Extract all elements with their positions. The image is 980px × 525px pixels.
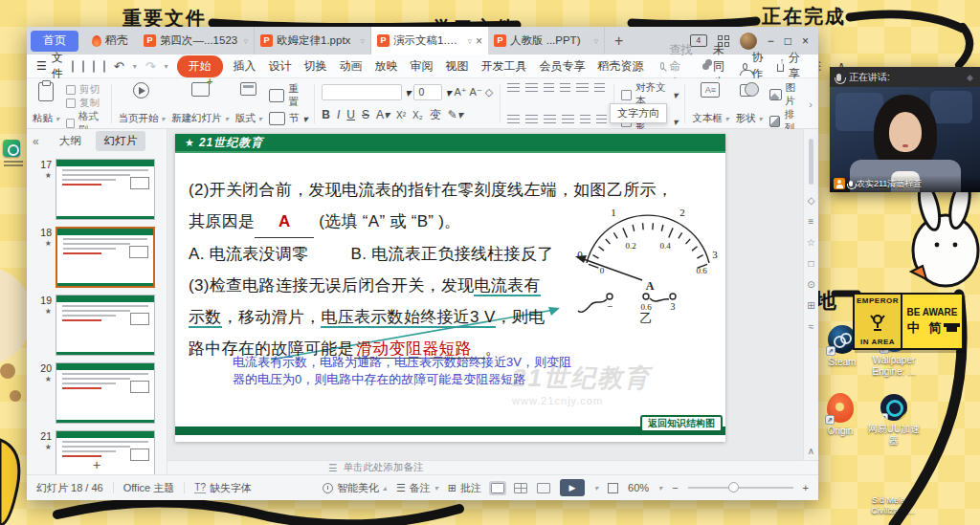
copy-button[interactable]: 复制 [66, 97, 104, 110]
menubar-item[interactable]: 插入 [232, 56, 258, 77]
section-button[interactable]: 节 ▾ [269, 112, 308, 125]
menubar-item[interactable]: 开发工具 [479, 56, 529, 77]
missing-font-warning[interactable]: T?缺失字体 [194, 481, 252, 495]
phonetic-button[interactable]: 变 [430, 107, 441, 123]
font-name-input[interactable] [322, 84, 402, 100]
menubar-item[interactable]: 视图 [444, 56, 471, 77]
menubar-item[interactable]: 切换 [302, 56, 329, 77]
paste-button[interactable]: 粘贴 ▾ [33, 81, 59, 126]
scroll-up-icon[interactable]: ∧ [808, 446, 814, 456]
fit-slide-icon[interactable] [608, 483, 618, 493]
align-left-icon[interactable] [507, 115, 520, 124]
panel-tool-icon[interactable]: □ [808, 258, 813, 269]
menubar-item[interactable]: 会员专享 [538, 56, 588, 77]
share-button[interactable]: 分享 [777, 50, 803, 82]
panel-tool-icon[interactable]: ⊙ [807, 279, 814, 290]
align-center-icon[interactable] [525, 115, 538, 124]
slide-thumbnail-row[interactable]: 20 ★ [33, 362, 165, 425]
textbox-button[interactable]: A≡ 文本框 ▾ [692, 81, 728, 126]
video-call-overlay[interactable]: 正在讲话: ◆ 农实211清蒸梓萱 [830, 67, 980, 192]
tab-slides[interactable]: 幻灯片 [96, 131, 146, 151]
collaborate-button[interactable]: 协作 [743, 50, 766, 82]
bullet-list-icon[interactable] [507, 83, 520, 93]
italic-button[interactable]: I [337, 108, 340, 121]
text-direction-icon[interactable] [594, 83, 605, 93]
menubar-item[interactable]: 放映 [373, 56, 400, 77]
notes-toggle[interactable]: ☰备注▾ [396, 481, 438, 495]
highlight-button[interactable]: ✎▾ [448, 108, 463, 121]
picture-button[interactable]: 图片 [769, 81, 803, 108]
slide-sorter-view-icon[interactable] [514, 483, 527, 493]
notes-bar[interactable]: ☰ 单击此处添加备注 [167, 460, 818, 474]
slide-thumbnail[interactable] [56, 295, 155, 356]
slide-thumbnail[interactable] [56, 159, 155, 220]
clear-format-icon[interactable]: ◇ [485, 86, 493, 98]
superscript-button[interactable]: X² [396, 110, 406, 120]
theme-name[interactable]: Office 主题 [123, 481, 175, 495]
close-tab-icon[interactable]: × [476, 34, 482, 48]
new-tab-button[interactable]: + [614, 33, 623, 50]
file-menu[interactable]: ☰文件 [36, 50, 63, 82]
export-icon[interactable] [82, 60, 84, 73]
slide-thumbnail[interactable] [56, 227, 155, 288]
docer-tab[interactable]: 稻壳 [82, 27, 138, 55]
comments-toggle[interactable]: ⊞批注 [448, 481, 481, 495]
new-slide-button[interactable]: 新建幻灯片 ▾ [171, 81, 228, 126]
save-icon[interactable] [72, 60, 74, 73]
ribbon-more-icon[interactable]: › [809, 98, 813, 110]
columns-icon[interactable] [580, 115, 590, 124]
paragraph-settings-icon[interactable] [596, 115, 607, 124]
slide-thumbnail[interactable] [56, 362, 155, 424]
redo-icon[interactable]: ↷ [145, 59, 156, 74]
slide-thumbnail-row[interactable]: 19 ★ [33, 295, 165, 357]
cut-button[interactable]: 剪切 [66, 83, 104, 97]
menubar-item[interactable]: 开始 [177, 55, 223, 77]
increase-indent-icon[interactable] [560, 83, 570, 93]
more-menu-icon[interactable]: ⋮ [814, 59, 826, 73]
smart-beautify-button[interactable]: 智能美化▴ [323, 481, 387, 495]
home-tab[interactable]: 首页 [31, 31, 78, 52]
print-preview-icon[interactable] [103, 60, 105, 73]
reset-button[interactable]: 重置 [269, 82, 308, 109]
bold-button[interactable]: B [322, 108, 330, 121]
undo-icon[interactable]: ↶ [114, 59, 124, 74]
numbered-list-icon[interactable] [525, 83, 538, 93]
panel-tool-icon[interactable]: ≡ [809, 216, 814, 227]
panel-tool-icon[interactable]: ☆ [807, 237, 815, 248]
panel-tool-icon[interactable]: ⊞ [807, 300, 814, 311]
align-right-icon[interactable] [544, 115, 556, 124]
reading-view-icon[interactable] [537, 483, 550, 493]
decrease-font-icon[interactable]: A⁻ [470, 86, 482, 98]
zoom-percent[interactable]: 60% [628, 482, 649, 493]
slide-thumbnail-row[interactable]: 17 ★ [33, 159, 165, 221]
font-size-input[interactable]: 0 [413, 84, 442, 100]
zoom-out-button[interactable]: − [672, 482, 678, 493]
shapes-button[interactable]: 形状 ▾ [736, 81, 763, 126]
normal-view-icon[interactable] [491, 483, 504, 493]
menubar-item[interactable]: 审阅 [409, 56, 435, 77]
increase-font-icon[interactable]: A⁺ [454, 86, 466, 98]
slide-thumbnail-row[interactable]: 18 ★ [33, 227, 165, 289]
slideshow-play-button[interactable]: ▶ [560, 479, 585, 496]
document-tab[interactable]: P 第四次—...1523 ▿ × [138, 27, 255, 55]
document-tab[interactable]: P 人教版 ...PPT) ▿ × [488, 27, 605, 55]
underline-button[interactable]: U [346, 108, 355, 121]
font-color-button[interactable]: A▾ [376, 108, 390, 121]
zoom-slider-knob[interactable] [728, 482, 739, 492]
play-from-slide-button[interactable]: 当页开始 ▾ [118, 81, 165, 126]
decrease-indent-icon[interactable] [544, 83, 554, 93]
zoom-slider[interactable] [688, 487, 793, 489]
document-tab[interactable]: P 演示文稿1.pptx ▿ × [371, 27, 488, 55]
menubar-item[interactable]: 稻壳资源 [596, 56, 646, 77]
current-slide[interactable]: ★ 21世纪教育 (2)开关闭合前，发现电流表的指针在零刻度线左端，如图乙所示，… [175, 134, 725, 442]
print-icon[interactable] [93, 60, 95, 73]
menubar-item[interactable]: 设计 [267, 56, 294, 77]
panel-tool-icon[interactable]: ≈ [809, 321, 814, 332]
subscript-button[interactable]: X₂ [412, 110, 423, 120]
back-to-map-button[interactable]: 返回知识结构图 [640, 415, 723, 432]
strikethrough-button[interactable]: S [362, 108, 369, 121]
line-spacing-icon[interactable] [576, 83, 589, 93]
document-tab[interactable]: P 欧姆定律1.pptx ▿ × [255, 27, 371, 55]
collapse-panel-icon[interactable]: « [27, 135, 45, 148]
scrollbar-thumb[interactable] [809, 139, 813, 185]
